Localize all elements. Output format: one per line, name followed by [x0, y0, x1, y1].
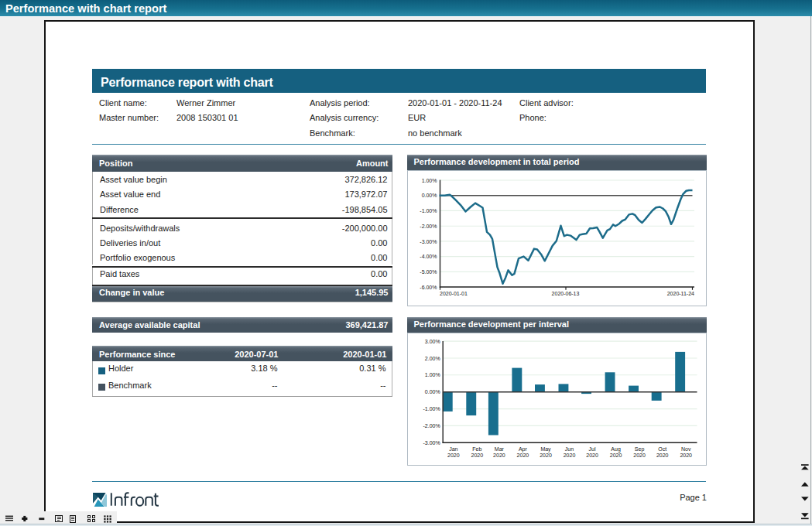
svg-text:2020: 2020 [540, 453, 552, 458]
svg-text:Mar: Mar [495, 446, 505, 452]
svg-text:Jan: Jan [449, 446, 457, 452]
svg-text:2020: 2020 [447, 453, 460, 458]
svg-text:Aug: Aug [611, 446, 621, 453]
svg-text:-2.00%: -2.00% [423, 423, 440, 429]
svg-text:2020: 2020 [517, 453, 529, 458]
svg-text:-1.00%: -1.00% [423, 406, 440, 412]
svg-text:1.00%: 1.00% [425, 372, 440, 377]
svg-text:2020: 2020 [564, 453, 576, 458]
svg-text:-5.00%: -5.00% [420, 269, 437, 275]
svg-text:2020-06-13: 2020-06-13 [552, 291, 580, 296]
svg-text:May: May [540, 446, 551, 453]
svg-text:0.00%: 0.00% [422, 193, 437, 198]
svg-text:2020: 2020 [586, 453, 598, 458]
svg-text:-6.00%: -6.00% [420, 285, 437, 290]
svg-text:1.00%: 1.00% [422, 178, 437, 183]
svg-text:2020: 2020 [471, 453, 484, 458]
svg-text:-2.00%: -2.00% [420, 224, 437, 229]
svg-text:Feb: Feb [472, 446, 481, 452]
svg-text:Sep: Sep [635, 446, 645, 453]
svg-text:-1.00%: -1.00% [420, 208, 437, 213]
svg-text:-4.00%: -4.00% [420, 254, 437, 259]
svg-text:0.00%: 0.00% [425, 389, 440, 394]
svg-text:2020: 2020 [656, 453, 669, 458]
svg-text:2020: 2020 [633, 453, 646, 458]
svg-text:-3.00%: -3.00% [423, 440, 440, 446]
svg-text:-3.00%: -3.00% [420, 239, 437, 244]
svg-text:Apr: Apr [519, 446, 528, 453]
svg-text:Nov: Nov [681, 446, 691, 452]
svg-text:2020: 2020 [680, 453, 692, 458]
svg-text:Oct: Oct [658, 446, 666, 452]
svg-text:2020-01-01: 2020-01-01 [440, 291, 468, 296]
svg-text:2.00%: 2.00% [425, 356, 440, 361]
svg-text:3.00%: 3.00% [425, 339, 440, 344]
svg-text:2020: 2020 [493, 453, 505, 458]
svg-text:Jul: Jul [589, 446, 596, 452]
svg-text:2020-11-24: 2020-11-24 [667, 291, 694, 296]
svg-text:Jun: Jun [565, 446, 574, 452]
svg-text:2020: 2020 [610, 453, 622, 458]
